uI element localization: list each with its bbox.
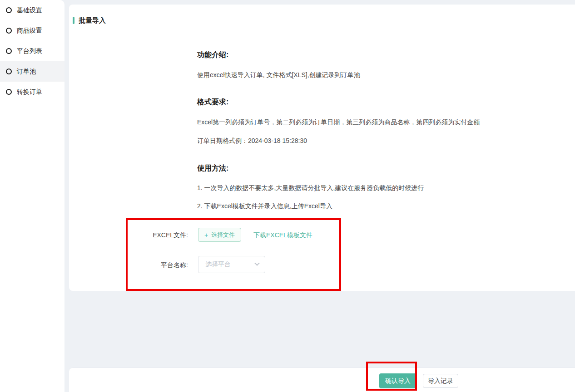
date-format-example-text: 订单日期格式例：2024-03-18 15:28:30 [197, 137, 307, 145]
format-heading: 格式要求: [197, 98, 228, 107]
platform-select-placeholder: 选择平台 [205, 260, 231, 269]
choose-file-button[interactable]: + 选择文件 [198, 228, 241, 242]
circle-icon [6, 7, 12, 13]
import-records-button[interactable]: 导入记录 [423, 374, 458, 388]
sidebar-item-order-pool[interactable]: 订单池 [0, 61, 64, 82]
content-card: 批量导入 功能介绍: 使用excel快速导入订单, 文件格式[XLS],创建记录… [69, 5, 575, 291]
sidebar-item-product-settings[interactable]: 商品设置 [0, 20, 64, 41]
circle-icon [6, 28, 12, 34]
platform-name-label: 平台名称: [127, 261, 188, 270]
sidebar-item-label: 转换订单 [17, 88, 42, 96]
footer-action-bar [69, 368, 575, 392]
sidebar-item-label: 订单池 [17, 68, 36, 76]
choose-file-label: 选择文件 [211, 231, 235, 239]
plus-icon: + [204, 232, 208, 238]
usage-heading: 使用方法: [197, 164, 228, 173]
format-requirement-text: Excel第一列必须为订单号，第二列必须为订单日期，第三列必须为商品名称，第四列… [197, 118, 480, 127]
sidebar: 基础设置 商品设置 平台列表 订单池 转换订单 [0, 0, 64, 392]
intro-text: 使用excel快速导入订单, 文件格式[XLS],创建记录到订单池 [197, 71, 360, 79]
circle-icon [6, 89, 12, 95]
excel-file-label: EXCEL文件: [127, 231, 188, 240]
sidebar-item-platform-list[interactable]: 平台列表 [0, 41, 64, 61]
platform-select[interactable]: 选择平台 [198, 256, 265, 273]
sidebar-item-label: 平台列表 [17, 47, 42, 55]
sidebar-item-label: 商品设置 [17, 27, 42, 35]
circle-icon [6, 69, 12, 74]
page-title-text: 批量导入 [79, 16, 106, 25]
page-title: 批量导入 [73, 17, 106, 24]
circle-icon [6, 48, 12, 54]
sidebar-item-basic-settings[interactable]: 基础设置 [0, 0, 64, 20]
sidebar-item-convert-orders[interactable]: 转换订单 [0, 82, 64, 102]
intro-heading: 功能介绍: [197, 50, 228, 60]
chevron-down-icon [254, 261, 259, 266]
title-accent-bar [73, 17, 74, 24]
usage-step-2: 2. 下载Excel模板文件并录入信息,上传Excel导入 [197, 202, 332, 211]
confirm-import-button[interactable]: 确认导入 [379, 373, 416, 388]
sidebar-item-label: 基础设置 [17, 6, 42, 15]
usage-step-1: 1. 一次导入的数据不要太多,大量数据请分批导入,建议在服务器负载低的时候进行 [197, 184, 424, 192]
download-excel-template-link[interactable]: 下载EXCEL模板文件 [253, 231, 312, 240]
